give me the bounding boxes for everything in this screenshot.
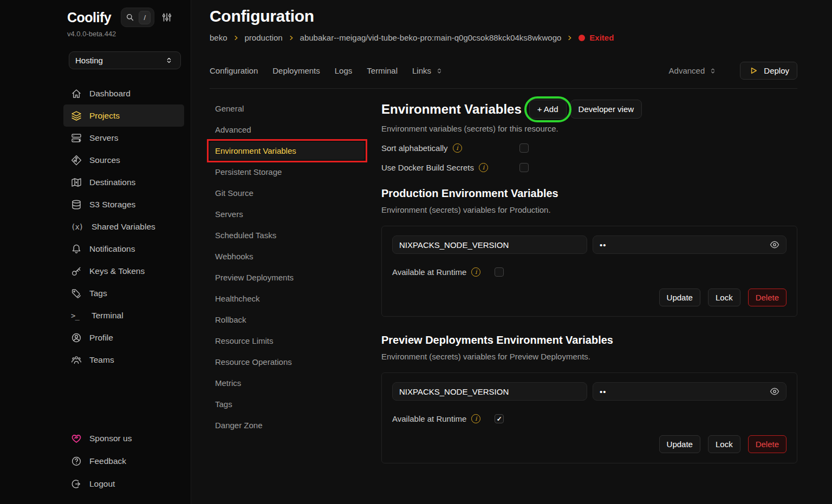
sidebar-item-keys-tokens[interactable]: Keys & Tokens <box>63 260 184 282</box>
delete-button[interactable]: Delete <box>748 289 786 306</box>
subnav-item-danger-zone[interactable]: Danger Zone <box>210 416 365 434</box>
delete-button[interactable]: Delete <box>748 435 786 453</box>
breadcrumb-project[interactable]: beko <box>210 33 227 42</box>
sidebar-item-sources[interactable]: Sources <box>63 149 184 171</box>
subnav-item-metrics[interactable]: Metrics <box>210 374 365 392</box>
sidebar-item-label: Notifications <box>89 244 135 254</box>
page-title: Configuration <box>210 0 797 25</box>
eye-icon[interactable] <box>769 386 780 397</box>
update-button[interactable]: Update <box>659 435 700 453</box>
sidebar-item-label: Sponsor us <box>89 434 132 443</box>
sidebar-item-label: Keys & Tokens <box>89 266 145 276</box>
available-at-runtime-checkbox[interactable] <box>495 267 504 277</box>
sidebar-item-s3-storages[interactable]: S3 Storages <box>63 193 184 215</box>
available-at-runtime-checkbox[interactable]: ✓ <box>495 414 504 423</box>
docker-build-secrets-row: Use Docker Build Secrets i <box>381 163 797 172</box>
question-circle-icon <box>71 456 82 467</box>
subnav-item-general[interactable]: General <box>210 100 365 117</box>
subnav-item-tags[interactable]: Tags <box>210 395 365 413</box>
logout-icon <box>71 479 82 489</box>
subnav-item-environment-variables[interactable]: Environment Variables <box>210 142 365 160</box>
env-variable-card: Available at Runtime i ✓ Update Lock Del… <box>381 372 797 463</box>
sort-alphabetically-label: Sort alphabetically <box>381 143 448 153</box>
lock-button[interactable]: Lock <box>708 289 740 306</box>
info-icon: i <box>453 143 462 153</box>
env-name-input[interactable] <box>392 382 587 401</box>
sidebar-item-profile[interactable]: Profile <box>63 326 184 349</box>
section-title: Preview Deployments Environment Variable… <box>381 334 797 346</box>
sidebar-item-dashboard[interactable]: Dashboard <box>63 82 184 104</box>
tags-icon <box>71 288 82 299</box>
search-button[interactable]: / <box>121 8 154 27</box>
sidebar-item-servers[interactable]: Servers <box>63 127 184 149</box>
env-name-input[interactable] <box>392 235 587 254</box>
subnav-item-git-source[interactable]: Git Source <box>210 184 365 202</box>
section-title: Production Environment Variables <box>381 187 797 200</box>
subnav-item-healthcheck[interactable]: Healthcheck <box>210 290 365 307</box>
env-value-input[interactable] <box>593 382 786 401</box>
settings-button[interactable] <box>161 12 172 23</box>
sidebar-item-label: Terminal <box>92 311 123 320</box>
chevron-right-icon <box>288 35 295 41</box>
status-badge: Exited <box>578 33 614 42</box>
sidebar-item-projects[interactable]: Projects <box>63 104 184 127</box>
sidebar: Coolify / v4.0.0-beta.442 Hosting Dashbo… <box>0 0 191 504</box>
sidebar-item-label: Sources <box>89 155 120 165</box>
sidebar-menu: Dashboard Projects Servers Sources Desti… <box>63 82 184 371</box>
subnav-item-servers[interactable]: Servers <box>210 205 365 223</box>
sidebar-item-label: Profile <box>89 333 113 343</box>
tab-links[interactable]: Links <box>412 66 445 75</box>
sidebar-item-shared-variables[interactable]: (x) Shared Variables <box>63 215 184 238</box>
tab-configuration[interactable]: Configuration <box>210 66 258 75</box>
breadcrumb: beko production abubakar--meigag/vid-tub… <box>210 33 797 42</box>
chevron-up-down-icon <box>164 56 174 64</box>
sidebar-item-notifications[interactable]: Notifications <box>63 238 184 260</box>
sidebar-item-terminal[interactable]: >_ Terminal <box>63 304 184 326</box>
breadcrumb-resource[interactable]: abubakar--meigag/vid-tube-beko-pro:main-… <box>300 33 562 42</box>
tab-terminal[interactable]: Terminal <box>367 66 398 75</box>
advanced-dropdown[interactable]: Advanced <box>669 66 719 75</box>
sidebar-item-feedback[interactable]: Feedback <box>63 450 184 473</box>
add-button[interactable]: + Add <box>529 100 567 119</box>
sidebar-item-label: Shared Variables <box>92 222 155 232</box>
subnav-item-persistent-storage[interactable]: Persistent Storage <box>210 163 365 181</box>
eye-icon[interactable] <box>769 239 780 250</box>
subnav-item-preview-deployments[interactable]: Preview Deployments <box>210 269 365 286</box>
env-value-input[interactable] <box>593 235 786 254</box>
subnav-item-resource-operations[interactable]: Resource Operations <box>210 353 365 371</box>
sort-alphabetically-checkbox[interactable] <box>519 143 529 153</box>
app-logo: Coolify <box>67 10 111 25</box>
subnav-item-rollback[interactable]: Rollback <box>210 311 365 329</box>
sidebar-item-destinations[interactable]: Destinations <box>63 171 184 193</box>
lock-button[interactable]: Lock <box>708 435 740 453</box>
sidebar-item-logout[interactable]: Logout <box>63 473 184 495</box>
sidebar-item-label: S3 Storages <box>89 200 135 210</box>
map-icon <box>71 177 82 188</box>
search-icon <box>125 13 135 22</box>
app: Coolify / v4.0.0-beta.442 Hosting Dashbo… <box>0 0 832 504</box>
sidebar-item-teams[interactable]: Teams <box>63 349 184 371</box>
subnav-item-resource-limits[interactable]: Resource Limits <box>210 332 365 350</box>
subnav-item-advanced[interactable]: Advanced <box>210 121 365 139</box>
subnav-item-webhooks[interactable]: Webhooks <box>210 247 365 265</box>
tab-deployments[interactable]: Deployments <box>272 66 320 75</box>
sidebar-item-sponsor-us[interactable]: Sponsor us <box>63 427 184 450</box>
sidebar-item-tags[interactable]: Tags <box>63 282 184 304</box>
settings-subnav: General Advanced Environment Variables P… <box>210 100 365 463</box>
info-icon: i <box>471 267 480 277</box>
deploy-button[interactable]: Deploy <box>740 62 797 80</box>
layers-icon <box>71 110 82 121</box>
sliders-icon <box>161 12 172 23</box>
docker-build-secrets-label: Use Docker Build Secrets <box>381 163 474 172</box>
developer-view-button[interactable]: Developer view <box>570 100 642 119</box>
sort-alphabetically-row: Sort alphabetically i <box>381 143 797 153</box>
sidebar-item-label: Destinations <box>89 178 135 187</box>
section-subtitle: Environment (secrets) variables for Prev… <box>381 352 797 361</box>
subnav-item-scheduled-tasks[interactable]: Scheduled Tasks <box>210 226 365 244</box>
tab-logs[interactable]: Logs <box>335 66 353 75</box>
docker-build-secrets-checkbox[interactable] <box>519 163 529 172</box>
breadcrumb-environment[interactable]: production <box>245 33 283 42</box>
workspace-select[interactable]: Hosting <box>69 51 181 69</box>
update-button[interactable]: Update <box>659 289 700 306</box>
sidebar-item-label: Dashboard <box>89 89 131 99</box>
